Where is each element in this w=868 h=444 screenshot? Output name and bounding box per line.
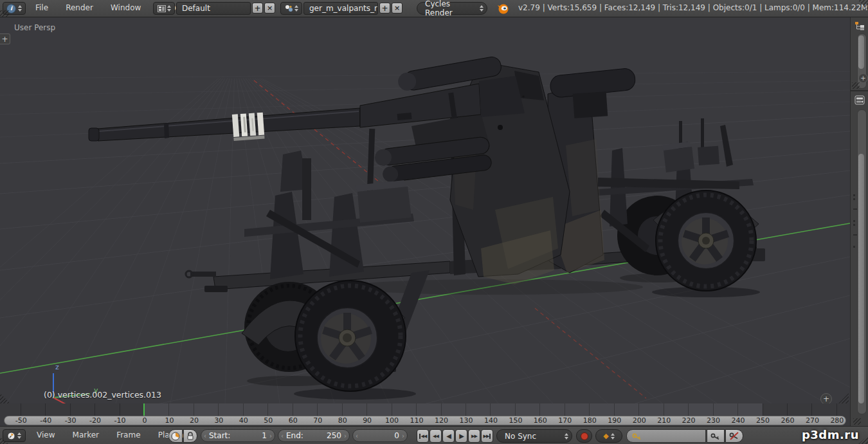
menu-marker[interactable]: Marker bbox=[66, 427, 106, 443]
frame-tick-label: 280 bbox=[830, 416, 844, 425]
properties-tab-dot[interactable] bbox=[853, 246, 855, 248]
start-frame-field[interactable]: ‹ Start: 1 › bbox=[201, 429, 275, 442]
scene-canvas[interactable] bbox=[0, 17, 850, 403]
prev-keyframe-button[interactable]: ◀◀ bbox=[429, 429, 442, 443]
frame-tick-label: 270 bbox=[806, 416, 819, 425]
frame-tick-label: 120 bbox=[435, 416, 448, 425]
auto-keyframe-record-button[interactable] bbox=[576, 429, 592, 443]
rewind-icon: ◀◀ bbox=[433, 434, 439, 439]
frame-tick-line bbox=[713, 403, 714, 416]
increment-arrow-icon[interactable]: › bbox=[399, 432, 407, 439]
active-keying-set-field[interactable] bbox=[626, 429, 706, 443]
expand-toolshelf-button[interactable]: + bbox=[0, 33, 10, 44]
frame-tick-line bbox=[366, 403, 367, 416]
end-frame-field[interactable]: ‹ End: 250 › bbox=[278, 429, 350, 442]
play-reverse-button[interactable]: ◀ bbox=[442, 429, 455, 443]
screen-layout-browse-button[interactable] bbox=[153, 2, 175, 15]
play-button[interactable]: ▶ bbox=[455, 429, 467, 443]
properties-tab-dash[interactable] bbox=[853, 208, 857, 210]
add-layout-button[interactable]: + bbox=[252, 3, 263, 14]
start-frame-value: 1 bbox=[262, 431, 267, 440]
frame-tick-label: 190 bbox=[608, 416, 621, 425]
decrement-arrow-icon[interactable]: ‹ bbox=[353, 432, 361, 439]
frame-tick-label: 20 bbox=[190, 416, 199, 425]
properties-scrollbar-thumb[interactable] bbox=[858, 154, 864, 403]
menu-file[interactable]: File bbox=[28, 0, 55, 16]
properties-tab-dot[interactable] bbox=[853, 224, 855, 226]
3d-viewport[interactable]: User Persp z y x (0) vertices.002_vertic… bbox=[0, 17, 850, 403]
delete-scene-button[interactable]: × bbox=[392, 3, 402, 14]
axis-label-z: z bbox=[55, 363, 59, 371]
frame-tick-line bbox=[565, 403, 565, 416]
plus-icon: + bbox=[823, 395, 829, 403]
keying-set-dropdown[interactable]: ◆ bbox=[595, 429, 622, 443]
add-scene-button[interactable]: + bbox=[379, 3, 390, 14]
jump-to-start-button[interactable]: ◀◀ bbox=[417, 429, 429, 443]
corner-resize-grip[interactable] bbox=[852, 82, 860, 89]
menu-window[interactable]: Window bbox=[104, 0, 148, 16]
properties-tab-dash[interactable] bbox=[853, 234, 857, 236]
properties-tab-dot[interactable] bbox=[853, 198, 855, 200]
properties-scrollbar[interactable] bbox=[857, 109, 867, 414]
decrement-arrow-icon[interactable]: ‹ bbox=[278, 432, 286, 439]
screen-layout-name-field[interactable]: Default bbox=[176, 2, 251, 15]
current-frame-playhead[interactable] bbox=[143, 403, 145, 416]
frame-tick-label: -40 bbox=[40, 416, 51, 425]
menu-view[interactable]: View bbox=[30, 427, 62, 443]
jump-to-end-button[interactable]: ▶▶ bbox=[481, 429, 493, 443]
scene-name-field[interactable]: ger_m_valpants_r1c... bbox=[303, 2, 378, 15]
chevron-updown-icon bbox=[167, 5, 171, 12]
menu-frame[interactable]: Frame bbox=[109, 427, 147, 443]
clock-icon bbox=[7, 432, 15, 440]
next-keyframe-button[interactable]: ▶▶ bbox=[468, 429, 480, 443]
corner-resize-grip[interactable] bbox=[0, 10, 9, 17]
properties-tab-dot[interactable] bbox=[853, 194, 855, 196]
frame-tick-label: 160 bbox=[534, 416, 547, 425]
frame-tick-label: 210 bbox=[657, 416, 671, 425]
record-icon bbox=[581, 432, 588, 440]
frame-tick-line bbox=[168, 403, 169, 416]
decrement-arrow-icon[interactable]: ‹ bbox=[201, 432, 209, 439]
increment-arrow-icon[interactable]: › bbox=[267, 432, 275, 439]
preview-range-clock-icon bbox=[171, 432, 180, 441]
increment-arrow-icon[interactable]: › bbox=[341, 432, 349, 439]
render-engine-dropdown[interactable]: Cycles Render bbox=[417, 2, 487, 15]
frame-tick-line bbox=[664, 403, 664, 416]
expand-properties-panel-button[interactable]: + bbox=[820, 393, 832, 403]
scene-browse-button[interactable] bbox=[280, 2, 302, 15]
frame-tick-line bbox=[293, 403, 293, 416]
frame-tick-label: 220 bbox=[682, 416, 696, 425]
model-88mm-flak-gun[interactable] bbox=[89, 55, 765, 391]
sync-mode-dropdown[interactable]: No Sync bbox=[496, 429, 572, 443]
corner-resize-grip[interactable] bbox=[853, 418, 861, 425]
play-reverse-icon: ◀ bbox=[446, 432, 451, 439]
frame-tick-label: -10 bbox=[114, 416, 126, 425]
scene-icon bbox=[285, 5, 293, 12]
delete-keyframe-button[interactable] bbox=[725, 429, 743, 443]
corner-resize-grip[interactable] bbox=[858, 436, 868, 444]
outliner-editor-icon[interactable] bbox=[854, 21, 865, 31]
properties-tab-dot[interactable] bbox=[853, 220, 855, 222]
timeline-ruler[interactable]: -50-40-30-20-100102030405060708090100110… bbox=[4, 416, 846, 425]
frame-tick-label: 140 bbox=[484, 416, 498, 425]
editor-divider[interactable] bbox=[851, 90, 868, 91]
menu-render[interactable]: Render bbox=[59, 0, 100, 16]
frame-tick-line bbox=[614, 403, 615, 416]
outliner-scrollbar-thumb[interactable] bbox=[858, 35, 864, 69]
properties-editor-icon[interactable] bbox=[854, 95, 865, 106]
editor-type-button-timeline[interactable] bbox=[3, 429, 26, 442]
insert-keyframe-button[interactable] bbox=[707, 429, 725, 443]
key-icon bbox=[632, 432, 642, 440]
delete-layout-button[interactable]: × bbox=[264, 3, 275, 14]
chevron-updown-icon bbox=[17, 432, 21, 439]
frame-tick-line bbox=[392, 403, 392, 416]
current-frame-field[interactable]: ‹ 0 › bbox=[352, 429, 408, 442]
outliner-expand-button[interactable]: + bbox=[858, 73, 868, 83]
render-engine-value: Cycles Render bbox=[425, 0, 480, 17]
timeline-editor[interactable]: -50-40-30-20-100102030405060708090100110… bbox=[0, 403, 850, 426]
frame-tick-label: 230 bbox=[707, 416, 720, 425]
use-preview-range-toggle[interactable] bbox=[168, 429, 183, 443]
frame-tick-label: 200 bbox=[633, 416, 646, 425]
sync-mode-value: No Sync bbox=[505, 432, 536, 441]
lock-time-cursor-toggle[interactable] bbox=[183, 429, 197, 443]
